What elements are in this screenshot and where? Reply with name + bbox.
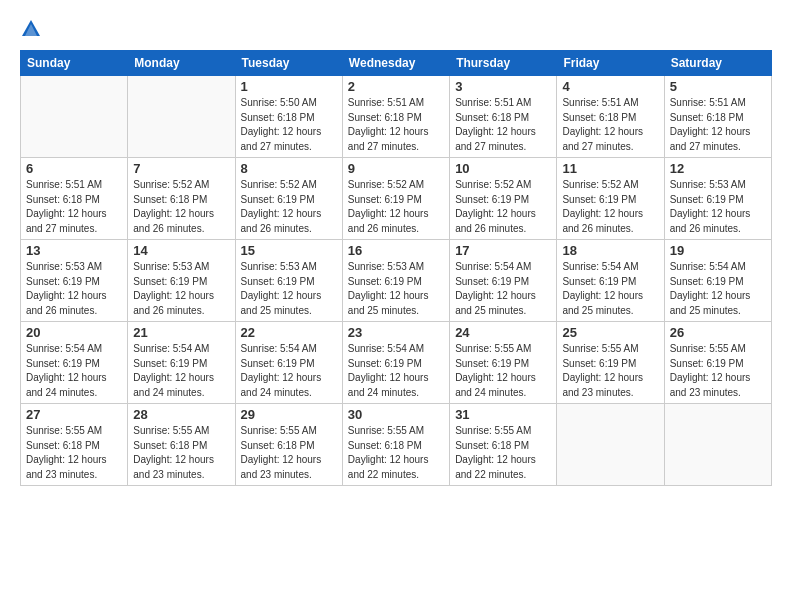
day-number: 2 xyxy=(348,79,444,94)
day-info: Sunrise: 5:53 AMSunset: 6:19 PMDaylight:… xyxy=(241,260,337,318)
day-cell: 23Sunrise: 5:54 AMSunset: 6:19 PMDayligh… xyxy=(342,322,449,404)
day-number: 5 xyxy=(670,79,766,94)
day-number: 12 xyxy=(670,161,766,176)
weekday-header-saturday: Saturday xyxy=(664,51,771,76)
day-number: 14 xyxy=(133,243,229,258)
day-cell xyxy=(21,76,128,158)
day-number: 10 xyxy=(455,161,551,176)
day-info: Sunrise: 5:55 AMSunset: 6:18 PMDaylight:… xyxy=(133,424,229,482)
weekday-header-row: SundayMondayTuesdayWednesdayThursdayFrid… xyxy=(21,51,772,76)
week-row-1: 1Sunrise: 5:50 AMSunset: 6:18 PMDaylight… xyxy=(21,76,772,158)
weekday-header-monday: Monday xyxy=(128,51,235,76)
day-cell: 22Sunrise: 5:54 AMSunset: 6:19 PMDayligh… xyxy=(235,322,342,404)
day-info: Sunrise: 5:51 AMSunset: 6:18 PMDaylight:… xyxy=(26,178,122,236)
day-number: 24 xyxy=(455,325,551,340)
day-info: Sunrise: 5:55 AMSunset: 6:19 PMDaylight:… xyxy=(670,342,766,400)
week-row-5: 27Sunrise: 5:55 AMSunset: 6:18 PMDayligh… xyxy=(21,404,772,486)
day-number: 17 xyxy=(455,243,551,258)
day-cell: 8Sunrise: 5:52 AMSunset: 6:19 PMDaylight… xyxy=(235,158,342,240)
day-info: Sunrise: 5:52 AMSunset: 6:19 PMDaylight:… xyxy=(455,178,551,236)
day-cell: 13Sunrise: 5:53 AMSunset: 6:19 PMDayligh… xyxy=(21,240,128,322)
day-cell: 19Sunrise: 5:54 AMSunset: 6:19 PMDayligh… xyxy=(664,240,771,322)
day-number: 30 xyxy=(348,407,444,422)
day-info: Sunrise: 5:51 AMSunset: 6:18 PMDaylight:… xyxy=(455,96,551,154)
day-cell: 11Sunrise: 5:52 AMSunset: 6:19 PMDayligh… xyxy=(557,158,664,240)
week-row-3: 13Sunrise: 5:53 AMSunset: 6:19 PMDayligh… xyxy=(21,240,772,322)
day-info: Sunrise: 5:55 AMSunset: 6:19 PMDaylight:… xyxy=(562,342,658,400)
week-row-4: 20Sunrise: 5:54 AMSunset: 6:19 PMDayligh… xyxy=(21,322,772,404)
logo xyxy=(20,18,46,40)
day-number: 15 xyxy=(241,243,337,258)
day-number: 28 xyxy=(133,407,229,422)
day-cell: 9Sunrise: 5:52 AMSunset: 6:19 PMDaylight… xyxy=(342,158,449,240)
day-info: Sunrise: 5:53 AMSunset: 6:19 PMDaylight:… xyxy=(670,178,766,236)
day-cell: 26Sunrise: 5:55 AMSunset: 6:19 PMDayligh… xyxy=(664,322,771,404)
weekday-header-tuesday: Tuesday xyxy=(235,51,342,76)
day-info: Sunrise: 5:51 AMSunset: 6:18 PMDaylight:… xyxy=(348,96,444,154)
day-cell: 15Sunrise: 5:53 AMSunset: 6:19 PMDayligh… xyxy=(235,240,342,322)
day-cell xyxy=(664,404,771,486)
day-info: Sunrise: 5:53 AMSunset: 6:19 PMDaylight:… xyxy=(133,260,229,318)
day-cell: 31Sunrise: 5:55 AMSunset: 6:18 PMDayligh… xyxy=(450,404,557,486)
day-info: Sunrise: 5:54 AMSunset: 6:19 PMDaylight:… xyxy=(241,342,337,400)
day-info: Sunrise: 5:54 AMSunset: 6:19 PMDaylight:… xyxy=(670,260,766,318)
day-info: Sunrise: 5:52 AMSunset: 6:19 PMDaylight:… xyxy=(562,178,658,236)
day-number: 9 xyxy=(348,161,444,176)
day-info: Sunrise: 5:54 AMSunset: 6:19 PMDaylight:… xyxy=(562,260,658,318)
day-number: 8 xyxy=(241,161,337,176)
day-cell: 25Sunrise: 5:55 AMSunset: 6:19 PMDayligh… xyxy=(557,322,664,404)
day-number: 22 xyxy=(241,325,337,340)
day-cell: 16Sunrise: 5:53 AMSunset: 6:19 PMDayligh… xyxy=(342,240,449,322)
day-cell: 3Sunrise: 5:51 AMSunset: 6:18 PMDaylight… xyxy=(450,76,557,158)
day-number: 31 xyxy=(455,407,551,422)
day-cell: 1Sunrise: 5:50 AMSunset: 6:18 PMDaylight… xyxy=(235,76,342,158)
day-number: 18 xyxy=(562,243,658,258)
day-info: Sunrise: 5:50 AMSunset: 6:18 PMDaylight:… xyxy=(241,96,337,154)
day-cell: 14Sunrise: 5:53 AMSunset: 6:19 PMDayligh… xyxy=(128,240,235,322)
logo-icon xyxy=(20,18,42,40)
day-cell: 17Sunrise: 5:54 AMSunset: 6:19 PMDayligh… xyxy=(450,240,557,322)
day-number: 25 xyxy=(562,325,658,340)
weekday-header-thursday: Thursday xyxy=(450,51,557,76)
weekday-header-friday: Friday xyxy=(557,51,664,76)
day-info: Sunrise: 5:55 AMSunset: 6:18 PMDaylight:… xyxy=(455,424,551,482)
week-row-2: 6Sunrise: 5:51 AMSunset: 6:18 PMDaylight… xyxy=(21,158,772,240)
day-cell: 28Sunrise: 5:55 AMSunset: 6:18 PMDayligh… xyxy=(128,404,235,486)
day-info: Sunrise: 5:54 AMSunset: 6:19 PMDaylight:… xyxy=(26,342,122,400)
day-number: 21 xyxy=(133,325,229,340)
day-info: Sunrise: 5:53 AMSunset: 6:19 PMDaylight:… xyxy=(26,260,122,318)
day-number: 11 xyxy=(562,161,658,176)
day-cell: 4Sunrise: 5:51 AMSunset: 6:18 PMDaylight… xyxy=(557,76,664,158)
day-number: 20 xyxy=(26,325,122,340)
day-info: Sunrise: 5:54 AMSunset: 6:19 PMDaylight:… xyxy=(133,342,229,400)
day-cell: 18Sunrise: 5:54 AMSunset: 6:19 PMDayligh… xyxy=(557,240,664,322)
day-cell: 7Sunrise: 5:52 AMSunset: 6:18 PMDaylight… xyxy=(128,158,235,240)
day-cell: 30Sunrise: 5:55 AMSunset: 6:18 PMDayligh… xyxy=(342,404,449,486)
day-info: Sunrise: 5:55 AMSunset: 6:19 PMDaylight:… xyxy=(455,342,551,400)
day-number: 16 xyxy=(348,243,444,258)
day-number: 19 xyxy=(670,243,766,258)
day-number: 29 xyxy=(241,407,337,422)
day-number: 3 xyxy=(455,79,551,94)
day-number: 26 xyxy=(670,325,766,340)
day-info: Sunrise: 5:52 AMSunset: 6:19 PMDaylight:… xyxy=(241,178,337,236)
weekday-header-wednesday: Wednesday xyxy=(342,51,449,76)
day-number: 23 xyxy=(348,325,444,340)
day-number: 13 xyxy=(26,243,122,258)
day-cell xyxy=(128,76,235,158)
day-info: Sunrise: 5:53 AMSunset: 6:19 PMDaylight:… xyxy=(348,260,444,318)
day-cell: 10Sunrise: 5:52 AMSunset: 6:19 PMDayligh… xyxy=(450,158,557,240)
day-cell: 6Sunrise: 5:51 AMSunset: 6:18 PMDaylight… xyxy=(21,158,128,240)
day-number: 4 xyxy=(562,79,658,94)
day-cell: 24Sunrise: 5:55 AMSunset: 6:19 PMDayligh… xyxy=(450,322,557,404)
day-info: Sunrise: 5:54 AMSunset: 6:19 PMDaylight:… xyxy=(455,260,551,318)
day-info: Sunrise: 5:55 AMSunset: 6:18 PMDaylight:… xyxy=(348,424,444,482)
day-info: Sunrise: 5:52 AMSunset: 6:19 PMDaylight:… xyxy=(348,178,444,236)
day-number: 6 xyxy=(26,161,122,176)
day-info: Sunrise: 5:55 AMSunset: 6:18 PMDaylight:… xyxy=(26,424,122,482)
day-cell: 2Sunrise: 5:51 AMSunset: 6:18 PMDaylight… xyxy=(342,76,449,158)
day-cell xyxy=(557,404,664,486)
day-info: Sunrise: 5:54 AMSunset: 6:19 PMDaylight:… xyxy=(348,342,444,400)
day-info: Sunrise: 5:55 AMSunset: 6:18 PMDaylight:… xyxy=(241,424,337,482)
page: SundayMondayTuesdayWednesdayThursdayFrid… xyxy=(0,0,792,612)
